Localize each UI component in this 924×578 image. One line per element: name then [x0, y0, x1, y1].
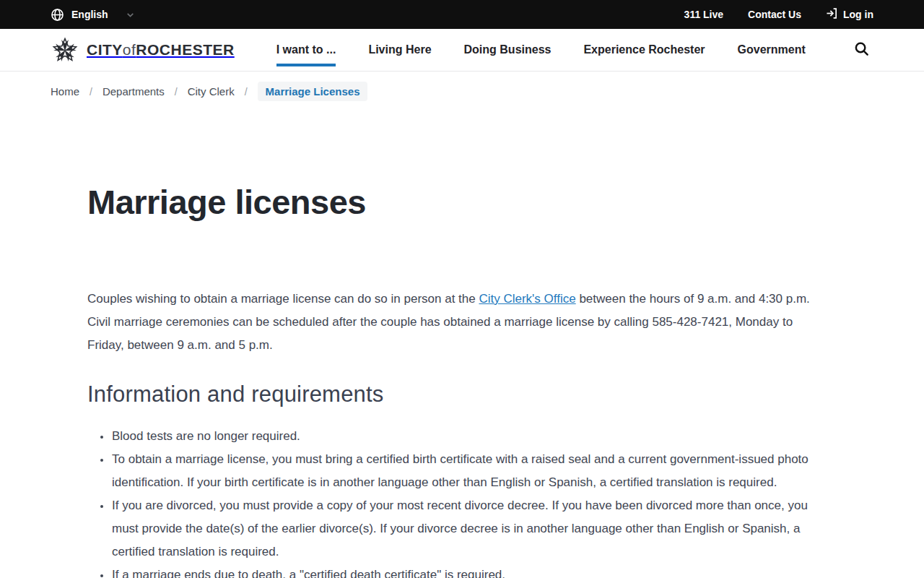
- link-contact-us[interactable]: Contact Us: [748, 9, 801, 20]
- breadcrumb-departments[interactable]: Departments: [103, 85, 165, 98]
- logo-word-rochester: ROCHESTER: [136, 41, 234, 58]
- login-label: Log in: [843, 9, 873, 20]
- nav-i-want-to[interactable]: I want to ...: [276, 29, 336, 71]
- nav-experience-rochester[interactable]: Experience Rochester: [583, 29, 705, 71]
- list-item: Blood tests are no longer required.: [111, 425, 819, 448]
- nav-living-here[interactable]: Living Here: [368, 29, 431, 71]
- intro-paragraph: Couples wishing to obtain a marriage lic…: [87, 288, 827, 357]
- language-label: English: [71, 9, 108, 20]
- top-bar-links: 311 Live Contact Us Log in: [684, 7, 873, 22]
- nav-government[interactable]: Government: [738, 29, 806, 71]
- breadcrumb-separator: /: [175, 86, 178, 98]
- search-icon: [853, 40, 870, 59]
- link-contact-us-label: Contact Us: [748, 9, 801, 20]
- language-selector[interactable]: English: [51, 8, 135, 22]
- main-content: Marriage licenses Couples wishing to obt…: [0, 110, 837, 578]
- chevron-down-icon: [126, 10, 135, 20]
- list-item: To obtain a marriage license, you must b…: [111, 448, 819, 494]
- section-heading-information-and-requirements: Information and requirements: [87, 381, 837, 407]
- rochester-flower-star-icon: [51, 35, 79, 64]
- list-item: If a marriage ends due to death, a "cert…: [111, 564, 819, 578]
- logo-wordmark: CITYofROCHESTER: [87, 41, 235, 59]
- breadcrumb-separator: /: [90, 86, 92, 98]
- requirements-list: Blood tests are no longer required. To o…: [87, 425, 819, 578]
- breadcrumb: Home / Departments / City Clerk / Marria…: [0, 72, 924, 110]
- login-icon: [826, 7, 838, 22]
- login-link[interactable]: Log in: [826, 7, 873, 22]
- logo-word-of: of: [123, 41, 136, 58]
- nav-doing-business[interactable]: Doing Business: [464, 29, 552, 71]
- link-311-live[interactable]: 311 Live: [684, 9, 724, 20]
- intro-before-link: Couples wishing to obtain a marriage lic…: [87, 292, 479, 306]
- breadcrumb-marriage-licenses: Marriage Licenses: [258, 82, 368, 101]
- globe-icon: [51, 8, 64, 22]
- breadcrumb-city-clerk[interactable]: City Clerk: [188, 85, 235, 98]
- top-utility-bar: English 311 Live Contact Us Log in: [0, 0, 924, 29]
- logo-word-city: CITY: [87, 41, 123, 58]
- link-311-live-label: 311 Live: [684, 9, 724, 20]
- breadcrumb-home[interactable]: Home: [51, 85, 79, 98]
- city-clerks-office-link[interactable]: City Clerk's Office: [479, 292, 575, 306]
- site-header: CITYofROCHESTER I want to ... Living Her…: [0, 29, 924, 72]
- page-title: Marriage licenses: [87, 184, 837, 221]
- search-button[interactable]: [849, 38, 873, 62]
- list-item: If you are divorced, you must provide a …: [111, 494, 819, 564]
- breadcrumb-separator: /: [245, 86, 248, 98]
- site-logo[interactable]: CITYofROCHESTER: [51, 35, 235, 64]
- primary-nav: I want to ... Living Here Doing Business…: [276, 29, 806, 71]
